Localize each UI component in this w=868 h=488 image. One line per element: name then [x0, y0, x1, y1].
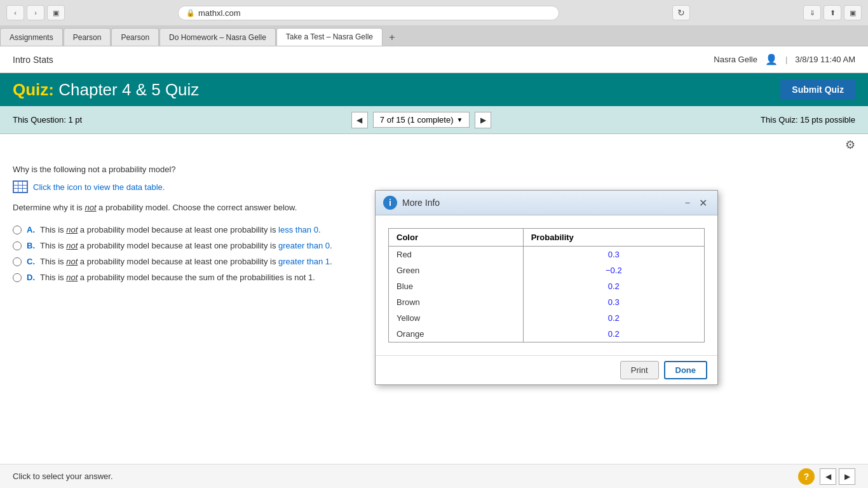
info-icon: i [383, 196, 397, 210]
more-info-modal: i More Info − ✕ Color Probability [375, 190, 718, 385]
user-name: Nasra Gelle [714, 55, 757, 64]
share-button[interactable]: ⬆ [824, 5, 841, 20]
choice-label-b: B. [27, 241, 35, 250]
click-icon-text[interactable]: Click the icon to view the data table. [33, 182, 165, 192]
modal-title: More Info [402, 198, 440, 208]
main-content: Why is the following not a probability m… [0, 152, 868, 470]
table-row: Yellow0.2 [389, 310, 705, 326]
color-cell: Blue [389, 278, 524, 294]
tab-do-homework[interactable]: Do Homework – Nasra Gelle [159, 28, 276, 46]
quiz-label: Quiz: [13, 80, 54, 99]
choice-text-b: This is not a probability model because … [40, 241, 332, 250]
lock-icon: 🔒 [186, 9, 195, 17]
back-button[interactable]: ‹ [6, 5, 24, 20]
bottom-nav: ◀ ▶ [820, 468, 855, 485]
color-cell: Yellow [389, 310, 524, 326]
reload-button[interactable]: ↻ [672, 5, 690, 20]
color-cell: Red [389, 247, 524, 263]
bottom-next-button[interactable]: ▶ [839, 468, 855, 485]
url-text: mathxl.com [198, 8, 240, 18]
tab-pearson-2[interactable]: Pearson [111, 28, 159, 46]
question-text: Why is the following not a probability m… [13, 165, 855, 174]
modal-title-row: i More Info [383, 196, 440, 210]
question-nav-display[interactable]: 7 of 15 (1 complete) ▼ [373, 112, 470, 128]
help-button[interactable]: ? [798, 468, 815, 485]
choice-text-a: This is not a probability model because … [40, 225, 321, 234]
radio-c[interactable] [13, 257, 22, 266]
choice-label-c: C. [27, 257, 35, 266]
choice-label-d: D. [27, 273, 35, 282]
radio-d[interactable] [13, 273, 22, 282]
click-select-text: Click to select your answer. [13, 471, 113, 481]
table-row: Brown0.3 [389, 294, 705, 310]
probability-table: Color Probability Red0.3Green−0.2Blue0.2… [388, 228, 705, 342]
done-button[interactable]: Done [664, 361, 708, 379]
modal-body: Color Probability Red0.3Green−0.2Blue0.2… [376, 215, 717, 355]
app-header: Intro Stats Nasra Gelle 👤 | 3/8/19 11:40… [0, 46, 868, 73]
bottom-prev-button[interactable]: ◀ [820, 468, 836, 485]
submit-quiz-button[interactable]: Submit Quiz [780, 79, 855, 100]
probability-cell: 0.2 [523, 278, 704, 294]
prev-question-button[interactable]: ◀ [351, 112, 368, 128]
probability-cell: 0.2 [523, 326, 704, 342]
quiz-title: Quiz: Chapter 4 & 5 Quiz [13, 80, 199, 100]
download-button[interactable]: ⇓ [803, 5, 821, 20]
app-title: Intro Stats [13, 55, 53, 65]
color-cell: Brown [389, 294, 524, 310]
tab-take-test[interactable]: Take a Test – Nasra Gelle [276, 28, 383, 46]
color-cell: Green [389, 262, 524, 278]
modal-controls: − ✕ [682, 197, 710, 209]
new-tab-button[interactable]: + [383, 29, 401, 46]
table-row: Orange0.2 [389, 326, 705, 342]
settings-button[interactable]: ⚙ [845, 138, 855, 152]
tab-assignments[interactable]: Assignments [0, 28, 63, 46]
table-row: Red0.3 [389, 247, 705, 263]
question-nav-bar: This Question: 1 pt ◀ 7 of 15 (1 complet… [0, 106, 868, 134]
color-cell: Orange [389, 326, 524, 342]
probability-header: Probability [523, 229, 704, 247]
table-row: Green−0.2 [389, 262, 705, 278]
choice-text-c: This is not a probability model because … [40, 257, 332, 266]
tab-pearson-1[interactable]: Pearson [64, 28, 111, 46]
color-header: Color [389, 229, 524, 247]
datetime: 3/8/19 11:40 AM [795, 55, 855, 64]
probability-cell: 0.3 [523, 294, 704, 310]
header-divider: | [785, 55, 787, 64]
tab-manager-button[interactable]: ▣ [844, 5, 862, 20]
table-icon[interactable] [13, 180, 28, 193]
print-button[interactable]: Print [620, 361, 659, 379]
bottom-bar: Click to select your answer. ? ◀ ▶ [0, 464, 868, 488]
user-icon: 👤 [765, 53, 778, 65]
choice-text-d: This is not a probability model because … [40, 273, 315, 282]
not-text: not [85, 203, 96, 212]
quiz-pts: This Quiz: 15 pts possible [761, 115, 855, 125]
probability-cell: −0.2 [523, 262, 704, 278]
radio-b[interactable] [13, 241, 22, 250]
probability-cell: 0.2 [523, 310, 704, 326]
table-row: Blue0.2 [389, 278, 705, 294]
modal-header: i More Info − ✕ [376, 191, 717, 215]
modal-minimize-button[interactable]: − [682, 198, 693, 208]
window-button[interactable]: ▣ [47, 5, 65, 20]
forward-button[interactable]: › [27, 5, 44, 20]
next-question-button[interactable]: ▶ [475, 112, 491, 128]
browser-tabs: Assignments Pearson Pearson Do Homework … [0, 26, 868, 46]
quiz-header: Quiz: Chapter 4 & 5 Quiz Submit Quiz [0, 73, 868, 106]
modal-close-button[interactable]: ✕ [696, 197, 710, 209]
nav-dropdown-arrow: ▼ [456, 116, 463, 123]
quiz-chapter-title: Chapter 4 & 5 Quiz [58, 80, 199, 99]
address-bar[interactable]: 🔒 mathxl.com [178, 6, 559, 20]
modal-overlay: i More Info − ✕ Color Probability [0, 152, 868, 470]
radio-a[interactable] [13, 226, 22, 234]
probability-cell: 0.3 [523, 247, 704, 263]
modal-footer: Print Done [376, 355, 717, 384]
question-pts: This Question: 1 pt [13, 115, 82, 125]
choice-label-a: A. [27, 225, 35, 234]
